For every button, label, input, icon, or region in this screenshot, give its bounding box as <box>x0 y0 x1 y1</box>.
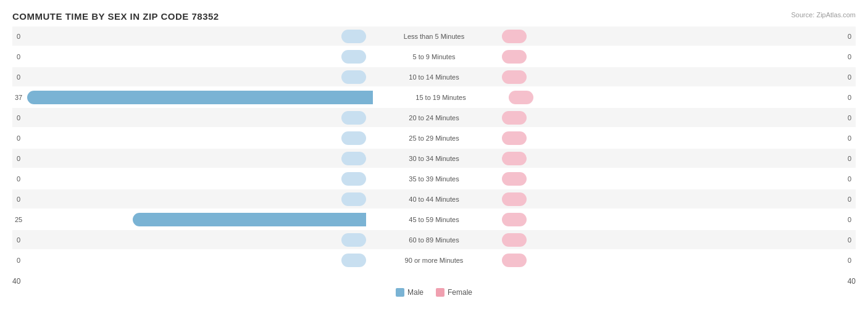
female-section: 0 <box>502 169 856 188</box>
male-bar-container <box>27 111 366 125</box>
male-bar-container <box>27 70 366 84</box>
axis-left-label: 40 <box>12 277 20 286</box>
female-section: 0 <box>502 128 856 147</box>
male-zero-bar <box>341 50 366 64</box>
row-label: 30 to 34 Minutes <box>405 154 462 163</box>
male-swatch <box>396 288 404 297</box>
female-zero-bar <box>502 172 527 186</box>
male-zero-bar <box>341 30 366 43</box>
male-bar-container <box>27 233 366 247</box>
table-row: 025 to 29 Minutes0 <box>12 128 856 147</box>
row-label: 10 to 14 Minutes <box>405 72 462 82</box>
legend: Male Female <box>12 288 856 297</box>
female-zero-bar <box>502 30 527 43</box>
row-label-cell: 30 to 34 Minutes <box>366 149 502 168</box>
male-section: 25 <box>12 210 366 229</box>
male-section: 0 <box>12 128 366 147</box>
male-value: 37 <box>12 94 25 101</box>
row-label: 20 to 24 Minutes <box>405 113 462 123</box>
female-section: 0 <box>502 27 856 46</box>
row-label-cell: 20 to 24 Minutes <box>366 108 502 127</box>
table-row: 2545 to 59 Minutes0 <box>12 210 856 229</box>
female-zero-bar <box>502 254 527 267</box>
male-bar-container <box>27 152 366 165</box>
male-section: 0 <box>12 250 366 270</box>
row-label-cell: 10 to 14 Minutes <box>366 67 502 86</box>
female-bar-container <box>502 233 841 247</box>
male-section: 0 <box>12 108 366 127</box>
table-row: 060 to 89 Minutes0 <box>12 230 856 249</box>
male-value: 0 <box>12 196 25 203</box>
female-value: 0 <box>843 94 856 101</box>
table-row: 020 to 24 Minutes0 <box>12 108 856 127</box>
row-label: 15 to 19 Minutes <box>412 93 469 102</box>
female-label: Female <box>448 288 472 297</box>
row-label: 5 to 9 Minutes <box>409 52 459 62</box>
row-label: 90 or more Minutes <box>401 255 467 265</box>
female-section: 0 <box>509 88 856 107</box>
male-value: 0 <box>12 257 25 264</box>
male-value: 0 <box>12 155 25 162</box>
table-row: 035 to 39 Minutes0 <box>12 169 856 188</box>
male-bar-container <box>27 192 366 206</box>
male-zero-bar <box>341 192 366 206</box>
male-section: 0 <box>12 169 366 188</box>
row-label: 25 to 29 Minutes <box>405 133 462 143</box>
female-value: 0 <box>843 33 856 40</box>
female-bar-container <box>502 30 841 43</box>
male-value: 0 <box>12 236 25 244</box>
male-zero-bar <box>341 70 366 84</box>
row-label-cell: Less than 5 Minutes <box>366 27 502 46</box>
female-bar-container <box>502 254 841 267</box>
row-label: 60 to 89 Minutes <box>405 235 462 245</box>
female-zero-bar <box>502 213 527 226</box>
male-bar <box>27 91 373 104</box>
female-value: 0 <box>843 175 856 183</box>
male-zero-bar <box>341 111 366 125</box>
male-value: 0 <box>12 114 25 122</box>
female-zero-bar <box>502 111 527 125</box>
legend-female: Female <box>436 288 472 297</box>
female-section: 0 <box>502 108 856 127</box>
male-zero-bar <box>341 131 366 145</box>
table-row: 05 to 9 Minutes0 <box>12 47 856 66</box>
male-value: 0 <box>12 175 25 183</box>
female-section: 0 <box>502 210 856 229</box>
male-zero-bar <box>341 152 366 165</box>
female-zero-bar <box>502 50 527 64</box>
male-zero-bar <box>341 233 366 247</box>
table-row: 3715 to 19 Minutes0 <box>12 88 856 107</box>
row-label: 35 to 39 Minutes <box>405 174 462 184</box>
table-row: 0Less than 5 Minutes0 <box>12 27 856 46</box>
row-label-cell: 45 to 59 Minutes <box>366 210 502 229</box>
male-zero-bar <box>341 172 366 186</box>
female-section: 0 <box>502 230 856 249</box>
male-section: 0 <box>12 47 366 66</box>
male-bar-container <box>27 30 366 43</box>
female-zero-bar <box>509 91 533 104</box>
table-row: 010 to 14 Minutes0 <box>12 67 856 86</box>
male-value: 0 <box>12 33 25 40</box>
female-bar-container <box>502 50 841 64</box>
female-bar-container <box>502 111 841 125</box>
female-value: 0 <box>843 53 856 60</box>
male-section: 0 <box>12 230 366 249</box>
chart-container: COMMUTE TIME BY SEX IN ZIP CODE 78352 So… <box>0 0 868 322</box>
rows-area: 0Less than 5 Minutes005 to 9 Minutes0010… <box>12 27 856 270</box>
row-label: 45 to 59 Minutes <box>405 215 462 225</box>
female-section: 0 <box>502 67 856 86</box>
row-label: Less than 5 Minutes <box>400 31 468 41</box>
male-section: 0 <box>12 189 366 208</box>
male-label: Male <box>407 288 424 297</box>
table-row: 090 or more Minutes0 <box>12 250 856 270</box>
male-bar-container <box>27 50 366 64</box>
row-label-cell: 60 to 89 Minutes <box>366 230 502 249</box>
female-bar-container <box>502 213 841 226</box>
male-bar-container <box>27 254 366 267</box>
female-section: 0 <box>502 250 856 270</box>
female-zero-bar <box>502 233 527 247</box>
male-section: 0 <box>12 27 366 46</box>
row-label-cell: 90 or more Minutes <box>366 250 502 270</box>
female-zero-bar <box>502 131 527 145</box>
female-bar-container <box>502 192 841 206</box>
